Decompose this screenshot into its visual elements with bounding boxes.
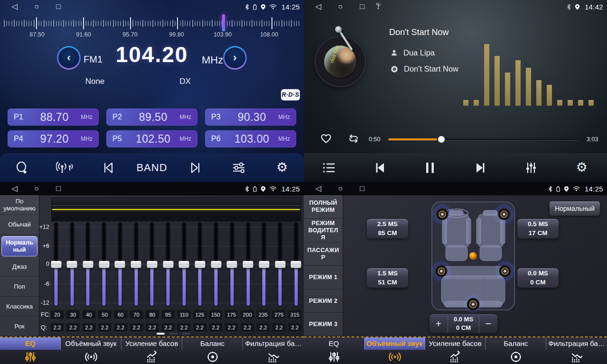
delay-minus-button[interactable]: −: [479, 314, 497, 333]
q-value[interactable]: 2.2: [256, 323, 270, 332]
pause-icon[interactable]: [415, 157, 445, 178]
eq-band-slider[interactable]: [210, 223, 222, 306]
mode-2[interactable]: РЕЖИМ 2: [304, 290, 343, 313]
front-right-delay-button[interactable]: 0.5 MS17 CM: [517, 219, 559, 238]
fc-value[interactable]: 275: [272, 310, 286, 319]
eq-preset-custom[interactable]: Обычай: [0, 215, 39, 235]
recents-icon[interactable]: □: [351, 0, 373, 13]
eq-band-slider[interactable]: [243, 223, 254, 306]
eq-band-slider[interactable]: [131, 223, 142, 306]
preset-p6[interactable]: P6103.00MHz: [205, 130, 296, 147]
fc-value[interactable]: 150: [209, 310, 223, 319]
mode-driver[interactable]: РЕЖИМ ВОДИТЕЛЯ: [304, 219, 343, 243]
tab-subwoofer-filter[interactable]: Фильтрация ба…: [243, 337, 304, 364]
fc-value[interactable]: 70: [130, 310, 143, 319]
rear-right-delay-button[interactable]: 0.0 MS0 CM: [517, 268, 559, 288]
fc-value[interactable]: 20: [50, 310, 64, 319]
q-value[interactable]: 2.2: [82, 323, 96, 332]
q-value[interactable]: 2.2: [241, 323, 254, 332]
recents-icon[interactable]: □: [351, 182, 373, 195]
fc-value[interactable]: 235: [256, 310, 270, 319]
eq-preset-jazz[interactable]: Джаз: [0, 257, 39, 277]
broadcast-icon[interactable]: [50, 157, 80, 178]
eq-band-slider[interactable]: [178, 223, 190, 306]
q-value[interactable]: 2.2: [50, 323, 64, 332]
preset-p3[interactable]: P390.30MHz: [205, 109, 296, 126]
fc-value[interactable]: 60: [114, 310, 128, 319]
eq-band-slider[interactable]: [66, 223, 78, 306]
eq-band-slider[interactable]: [82, 223, 93, 306]
home-icon[interactable]: ○: [329, 0, 351, 13]
favorite-heart-icon[interactable]: [320, 133, 332, 146]
settings-gear-icon[interactable]: ⚙: [267, 157, 297, 178]
tab-eq[interactable]: EQ: [304, 337, 364, 364]
tab-surround[interactable]: Объёмный звук: [61, 337, 121, 364]
tab-eq[interactable]: EQ: [0, 337, 61, 364]
eq-band-slider[interactable]: [114, 223, 126, 306]
tab-surround[interactable]: Объёмный звук: [364, 337, 425, 364]
next-track-icon[interactable]: [466, 157, 496, 178]
eq-band-slider[interactable]: [194, 223, 205, 306]
preset-p5[interactable]: P5102.50MHz: [106, 130, 197, 147]
q-value[interactable]: 2.2: [209, 323, 223, 332]
mode-1[interactable]: РЕЖИМ 1: [304, 266, 343, 290]
home-icon[interactable]: ○: [26, 182, 47, 195]
eq-band-slider[interactable]: [146, 223, 158, 306]
eq-preset-classic[interactable]: Классика: [0, 297, 39, 317]
previous-station-icon[interactable]: [93, 157, 123, 178]
back-icon[interactable]: ◁: [4, 182, 26, 195]
tab-bass-boost[interactable]: Усиление басов: [425, 337, 486, 364]
tuner-dial[interactable]: [4, 16, 300, 30]
q-value[interactable]: 2.2: [66, 323, 80, 332]
q-value[interactable]: 2.2: [288, 323, 302, 332]
tune-down-button[interactable]: ‹: [57, 46, 81, 70]
eq-band-slider[interactable]: [50, 223, 62, 306]
preset-p4[interactable]: P497.20MHz: [8, 130, 99, 147]
fc-value[interactable]: 80: [145, 310, 159, 319]
tune-up-button[interactable]: ›: [223, 46, 247, 70]
eq-band-slider[interactable]: [258, 223, 270, 306]
back-icon[interactable]: ◁: [308, 182, 329, 195]
fc-value[interactable]: 30: [66, 310, 80, 319]
tab-balance[interactable]: Баланс: [182, 337, 243, 364]
tab-subwoofer-filter[interactable]: Фильтрация ба…: [546, 337, 607, 364]
mode-3[interactable]: РЕЖИМ 3: [304, 313, 343, 337]
preset-p2[interactable]: P289.50MHz: [106, 109, 197, 126]
surround-preset-badge[interactable]: Нормальный: [550, 201, 600, 216]
band-button[interactable]: BAND: [136, 162, 167, 174]
eq-preset-default[interactable]: По умолчанию: [0, 195, 39, 215]
equalizer-icon[interactable]: [516, 157, 546, 178]
settings-gear-icon[interactable]: ⚙: [567, 157, 597, 178]
next-station-icon[interactable]: [180, 157, 211, 178]
q-value[interactable]: 2.2: [272, 323, 286, 332]
mode-full[interactable]: ПОЛНЫЙ РЕЖИМ: [304, 195, 343, 219]
fc-value[interactable]: 315: [288, 310, 302, 319]
q-value[interactable]: 2.2: [130, 323, 143, 332]
eq-band-slider[interactable]: [274, 223, 286, 306]
eq-band-slider[interactable]: [98, 223, 110, 306]
repeat-icon[interactable]: [346, 133, 361, 146]
preset-p1[interactable]: P188.70MHz: [8, 109, 99, 126]
progress-thumb[interactable]: [438, 136, 445, 143]
eq-band-slider[interactable]: [162, 223, 174, 306]
eq-preset-pop[interactable]: Поп: [0, 277, 39, 297]
fc-value[interactable]: 200: [241, 310, 254, 319]
q-value[interactable]: 2.2: [177, 323, 191, 332]
tab-bass-boost[interactable]: Усиление басов: [121, 337, 182, 364]
fc-value[interactable]: 40: [82, 310, 96, 319]
home-icon[interactable]: ○: [26, 0, 47, 13]
back-icon[interactable]: ◁: [4, 0, 26, 13]
eq-band-slider[interactable]: [226, 223, 238, 306]
scan-icon[interactable]: [7, 157, 37, 178]
back-icon[interactable]: ◁: [308, 0, 329, 13]
front-left-delay-button[interactable]: 2.5 MS85 CM: [367, 219, 408, 238]
recents-icon[interactable]: □: [47, 182, 69, 195]
delay-plus-button[interactable]: +: [430, 314, 448, 333]
q-value[interactable]: 2.2: [193, 323, 207, 332]
q-value[interactable]: 2.2: [98, 323, 112, 332]
rear-left-delay-button[interactable]: 1.5 MS51 CM: [367, 268, 408, 288]
q-value[interactable]: 2.2: [145, 323, 159, 332]
q-value[interactable]: 2.2: [224, 323, 238, 332]
fc-value[interactable]: 110: [177, 310, 191, 319]
eq-band-slider[interactable]: [290, 223, 302, 306]
